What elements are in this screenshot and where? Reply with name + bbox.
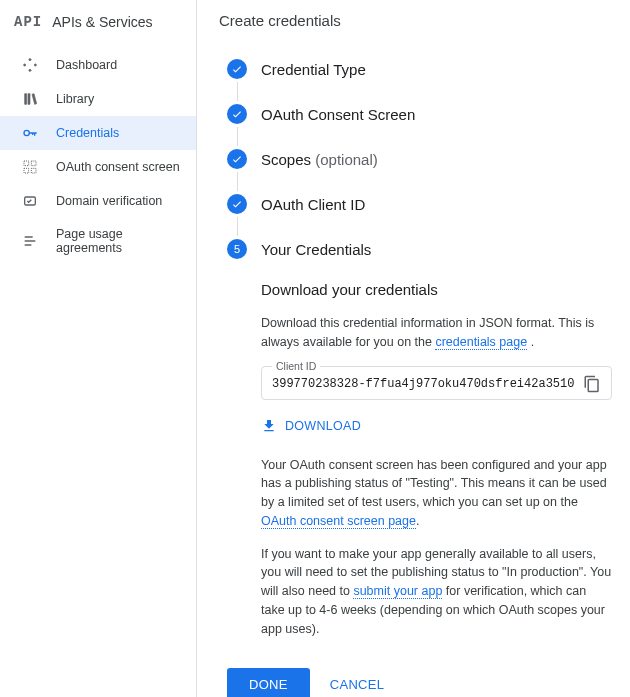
brand: API APIs & Services (0, 8, 196, 48)
step-oauth-consent[interactable]: OAuth Consent Screen (227, 104, 612, 124)
svg-rect-1 (24, 161, 29, 166)
svg-point-0 (24, 130, 29, 135)
sidebar: API APIs & Services Dashboard Library Cr… (0, 0, 197, 697)
client-id-field: Client ID 399770238328-f7fua4j977oku470d… (261, 366, 612, 400)
step-connector (237, 82, 238, 101)
download-heading: Download your credentials (261, 281, 612, 298)
step-title: OAuth Consent Screen (261, 106, 415, 123)
check-icon (227, 149, 247, 169)
testing-status-text: Your OAuth consent screen has been confi… (261, 456, 612, 531)
sidebar-item-label: Library (56, 92, 94, 106)
download-intro: Download this credential information in … (261, 314, 612, 352)
sidebar-item-credentials[interactable]: Credentials (0, 116, 196, 150)
check-icon (227, 104, 247, 124)
oauth-consent-page-link[interactable]: OAuth consent screen page (261, 514, 416, 529)
step-connector (237, 217, 238, 236)
step-title: Credential Type (261, 61, 366, 78)
credentials-section: Download your credentials Download this … (261, 281, 612, 638)
production-info-text: If you want to make your app generally a… (261, 545, 612, 639)
download-button[interactable]: DOWNLOAD (261, 418, 361, 434)
svg-rect-3 (24, 168, 29, 173)
sidebar-item-domain-verification[interactable]: Domain verification (0, 184, 196, 218)
sidebar-item-oauth-consent[interactable]: OAuth consent screen (0, 150, 196, 184)
copy-icon[interactable] (583, 375, 601, 393)
sidebar-item-label: Page usage agreements (56, 227, 182, 255)
step-connector (237, 127, 238, 146)
check-icon (227, 194, 247, 214)
client-id-value: 399770238328-f7fua4j977oku470dsfrei42a35… (272, 377, 575, 391)
step-title: Your Credentials (261, 241, 371, 258)
sidebar-item-page-usage[interactable]: Page usage agreements (0, 218, 196, 264)
step-connector (237, 172, 238, 191)
page-title: Create credentials (219, 12, 612, 29)
dashboard-icon (22, 57, 38, 73)
client-id-label: Client ID (272, 360, 320, 372)
svg-rect-2 (31, 161, 36, 166)
sidebar-item-label: OAuth consent screen (56, 160, 180, 174)
sidebar-item-label: Dashboard (56, 58, 117, 72)
brand-title: APIs & Services (52, 14, 152, 30)
library-icon (22, 91, 38, 107)
step-your-credentials[interactable]: 5 Your Credentials (227, 239, 612, 259)
key-icon (22, 125, 38, 141)
sidebar-item-library[interactable]: Library (0, 82, 196, 116)
action-buttons: DONE CANCEL (227, 668, 612, 697)
consent-icon (22, 159, 38, 175)
step-number-icon: 5 (227, 239, 247, 259)
sidebar-item-label: Domain verification (56, 194, 162, 208)
step-credential-type[interactable]: Credential Type (227, 59, 612, 79)
main-content: Create credentials Credential Type OAuth… (197, 0, 630, 697)
credentials-page-link[interactable]: credentials page (435, 335, 527, 350)
cancel-button[interactable]: CANCEL (330, 677, 385, 692)
step-title: Scopes (optional) (261, 151, 378, 168)
sidebar-item-dashboard[interactable]: Dashboard (0, 48, 196, 82)
agreements-icon (22, 233, 38, 249)
step-title: OAuth Client ID (261, 196, 365, 213)
sidebar-item-label: Credentials (56, 126, 119, 140)
svg-rect-4 (31, 168, 36, 173)
api-logo: API (14, 14, 42, 30)
check-icon (227, 59, 247, 79)
done-button[interactable]: DONE (227, 668, 310, 697)
verified-icon (22, 193, 38, 209)
download-icon (261, 418, 277, 434)
step-scopes[interactable]: Scopes (optional) (227, 149, 612, 169)
step-oauth-client-id[interactable]: OAuth Client ID (227, 194, 612, 214)
submit-app-link[interactable]: submit your app (353, 584, 442, 599)
